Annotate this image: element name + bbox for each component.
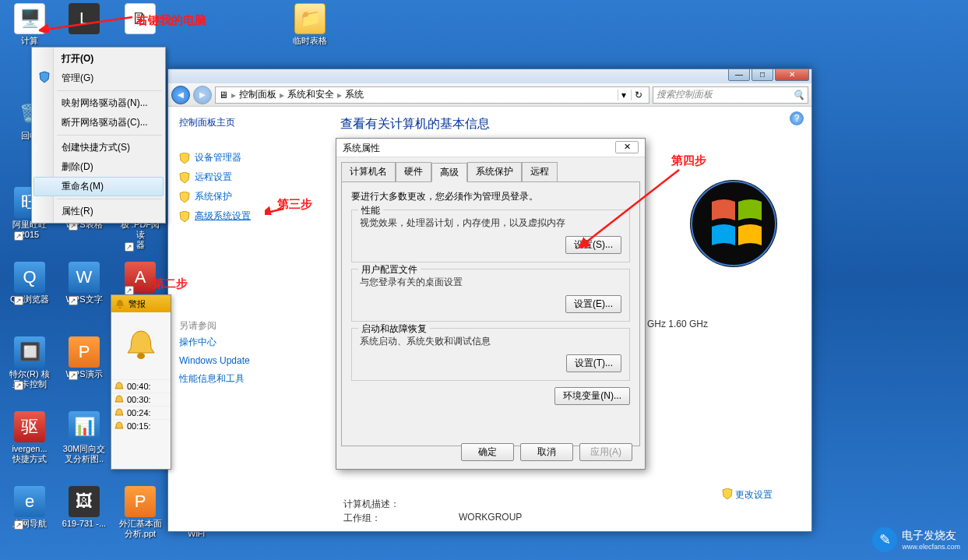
breadcrumb[interactable]: 🖥 ▸ 控制面板 ▸ 系统和安全 ▸ 系统 ▾ ↻	[215, 86, 649, 104]
titlebar[interactable]: — □ ✕	[168, 69, 811, 83]
alarm-titlebar[interactable]: 警报	[111, 295, 171, 312]
desktop-icon-qqbrowser[interactable]: Q↗ QQ浏览器	[6, 262, 53, 305]
alarm-row[interactable]: 00:24:	[111, 406, 171, 419]
icon-label: 特尔(R) 核 显卡控制	[6, 369, 53, 389]
group-title: 性能	[358, 204, 383, 217]
tab-system-protect[interactable]: 系统保护	[467, 162, 522, 181]
desktop-icon-doc[interactable]: 🗎	[117, 3, 164, 36]
link-label: 远程设置	[195, 171, 232, 184]
dialog-titlebar[interactable]: 系统属性 ✕	[336, 139, 645, 157]
performance-group: 性能 视觉效果，处理器计划，内存使用，以及虚拟内存 设置(S)...	[351, 210, 630, 262]
alarm-row[interactable]: 00:15:	[111, 419, 171, 432]
cancel-button[interactable]: 取消	[520, 443, 573, 461]
alarm-time: 00:24:	[127, 408, 151, 417]
desktop-icon-computer[interactable]: 🖥️ 计算	[6, 3, 53, 46]
bell-large-icon	[123, 328, 159, 364]
breadcrumb-item[interactable]: 控制面板	[239, 88, 276, 101]
shortcut-arrow-icon: ↗	[14, 381, 23, 390]
chevron-right-icon: ▸	[280, 90, 284, 100]
breadcrumb-item[interactable]: 系统和安全	[287, 88, 334, 101]
bell-icon	[114, 298, 125, 309]
tab-advanced[interactable]: 高级	[431, 163, 467, 182]
sidebar-link-remote[interactable]: 远程设置	[179, 167, 317, 187]
desktop-icon-lol[interactable]: L	[61, 3, 107, 36]
change-settings-link[interactable]: 更改设置	[722, 488, 773, 502]
image-icon: 🖼	[69, 486, 100, 517]
help-button[interactable]: ?	[790, 111, 804, 125]
cpu-info: GHz 1.60 GHz	[647, 317, 708, 331]
perf-settings-button[interactable]: 设置(S)...	[565, 236, 621, 254]
breadcrumb-item[interactable]: 系统	[345, 88, 364, 101]
desktop-icon-intel[interactable]: 🔲↗ 特尔(R) 核 显卡控制	[6, 336, 53, 389]
doc-icon: 🗎	[125, 3, 156, 34]
tab-hardware[interactable]: 硬件	[396, 162, 431, 181]
workgroup-label: 工作组：	[343, 510, 381, 527]
sidebar-link-devmgr[interactable]: 设备管理器	[179, 148, 317, 167]
menu-delete[interactable]: 删除(D)	[33, 157, 164, 177]
tab-computer-name[interactable]: 计算机名	[341, 162, 396, 181]
menu-manage[interactable]: 管理(G)	[33, 69, 164, 88]
group-desc: 视觉效果，处理器计划，内存使用，以及虚拟内存	[360, 217, 621, 230]
bell-icon	[114, 395, 124, 404]
ref-link-perf[interactable]: 性能信息和工具	[179, 369, 317, 389]
chip-icon: 🔲	[14, 336, 45, 368]
ie-icon: e	[14, 486, 45, 517]
menu-map-drive[interactable]: 映射网络驱动器(N)...	[33, 93, 164, 113]
search-input[interactable]: 搜索控制面板 🔍	[653, 86, 808, 104]
menu-label: 重命名(M)	[62, 181, 104, 192]
shortcut-arrow-icon: ↗	[14, 231, 23, 241]
profile-settings-button[interactable]: 设置(E)...	[565, 295, 621, 313]
desktop-icon-temp[interactable]: 📁 临时表格	[287, 3, 333, 46]
apply-button[interactable]: 应用(A)	[579, 443, 632, 461]
minimize-button[interactable]: —	[728, 69, 750, 81]
nav-forward-button[interactable]: ►	[193, 86, 212, 104]
presentation-icon: P	[69, 336, 100, 368]
desktop-icon-sync[interactable]: 📊 30M同向交 叉分析图..	[61, 411, 107, 464]
alarm-time: 00:30:	[127, 395, 151, 404]
menu-open[interactable]: 打开(O)	[33, 49, 164, 69]
menu-properties[interactable]: 属性(R)	[33, 202, 164, 221]
dropdown-button[interactable]: ▾	[618, 90, 629, 100]
menu-label: 创建快捷方式(S)	[62, 142, 130, 153]
maximize-button[interactable]: □	[752, 69, 773, 81]
desktop-icon-wps-ppt[interactable]: P↗ WPS演示	[61, 336, 107, 379]
icon-label: 30M同向交 叉分析图..	[61, 444, 107, 464]
chart-icon: 📊	[69, 411, 100, 442]
startup-settings-button[interactable]: 设置(T)...	[566, 354, 621, 372]
menu-rename[interactable]: 重命名(M)	[33, 177, 164, 196]
menu-label: 删除(D)	[62, 161, 93, 172]
sidebar-link-sysprot[interactable]: 系统保护	[179, 187, 317, 206]
sidebar-link-advsys[interactable]: 高级系统设置	[179, 206, 317, 226]
env-vars-button[interactable]: 环境变量(N)...	[554, 387, 630, 405]
desktop-icon-nav[interactable]: e↗ 上网导航	[6, 486, 53, 529]
bell-icon	[114, 421, 124, 431]
dialog-close-button[interactable]: ✕	[615, 141, 639, 153]
nav-back-button[interactable]: ◄	[171, 86, 190, 104]
menu-shortcut[interactable]: 创建快捷方式(S)	[33, 138, 164, 157]
sidebar: 控制面板主页 设备管理器 远程设置 系统保护 高级系统设置 另请参阅 操作中心	[168, 107, 328, 531]
ref-link-wu[interactable]: Windows Update	[179, 352, 317, 369]
shield-icon	[179, 211, 190, 222]
desktop-icon-driver[interactable]: 驱 ivergen... 快捷方式	[6, 411, 53, 464]
desktop-icon-619[interactable]: 🖼 619-731 -...	[61, 486, 107, 529]
desktop-icon-pdf2[interactable]: A↗	[117, 262, 164, 294]
menu-disconnect-drive[interactable]: 断开网络驱动器(C)...	[33, 113, 164, 132]
alarm-row[interactable]: 00:40:	[111, 379, 171, 393]
admin-note: 要进行大多数更改，您必须作为管理员登录。	[351, 190, 630, 203]
search-placeholder: 搜索控制面板	[656, 88, 713, 101]
word-icon: W	[69, 262, 100, 293]
startup-group: 启动和故障恢复 系统启动、系统失败和调试信息 设置(T)...	[351, 328, 630, 381]
see-also-label: 另请参阅	[179, 320, 216, 331]
refresh-button[interactable]: ↻	[631, 90, 646, 100]
icon-label: 619-731 -...	[61, 519, 107, 529]
ok-button[interactable]: 确定	[461, 443, 514, 461]
alarm-row[interactable]: 00:30:	[111, 393, 171, 406]
icon-label: ivergen... 快捷方式	[6, 444, 53, 464]
shortcut-arrow-icon: ↗	[69, 296, 78, 305]
ref-link-action[interactable]: 操作中心	[179, 333, 317, 352]
shortcut-arrow-icon: ↗	[14, 520, 23, 530]
desktop-icon-forex[interactable]: P 外汇基本面 分析.ppt	[117, 486, 164, 539]
desktop-icon-wps-text[interactable]: W↗ WPS文字	[61, 262, 107, 305]
close-button[interactable]: ✕	[775, 69, 809, 81]
tab-remote[interactable]: 远程	[522, 162, 558, 181]
